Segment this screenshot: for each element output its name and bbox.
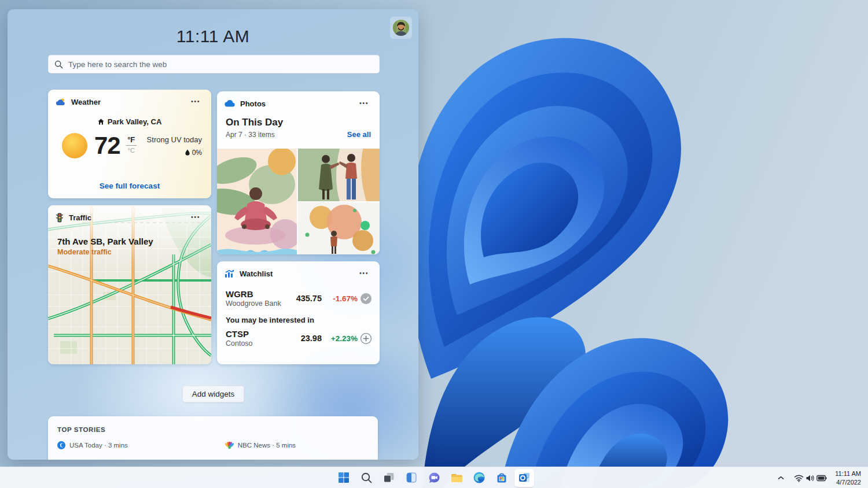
more-options-icon[interactable]: •••: [187, 212, 204, 223]
on-this-day-heading: On This Day: [217, 116, 380, 128]
start-button[interactable]: [334, 469, 354, 487]
see-all-link[interactable]: See all: [347, 130, 371, 139]
stock-symbol: WGRB: [226, 289, 288, 299]
task-view-button[interactable]: [379, 469, 399, 487]
tray-clock[interactable]: 11:11 AM 4/7/2022: [832, 468, 866, 488]
unit-toggle[interactable]: °F °C: [126, 135, 137, 154]
battery-icon: [816, 475, 827, 482]
taskbar: 11:11 AM 4/7/2022: [0, 467, 868, 488]
fahrenheit-label[interactable]: °F: [127, 135, 135, 144]
edge-button[interactable]: [469, 469, 489, 487]
photo-watercolor[interactable]: [298, 202, 380, 255]
stock-row-wgrb[interactable]: WGRB Woodgrove Bank 435.75 -1.67%: [217, 286, 380, 310]
watchlist-suggestion-label: You may be interested in: [217, 310, 380, 326]
stock-company: Woodgrove Bank: [226, 300, 288, 308]
panel-clock: 11:11 AM: [8, 27, 418, 46]
home-icon: [98, 119, 104, 125]
top-stories-card[interactable]: TOP STORIES USA Today · 3 mins NBC News …: [48, 416, 378, 460]
file-explorer-button[interactable]: [447, 469, 466, 487]
watchlist-title: Watchlist: [240, 269, 273, 278]
widgets-button[interactable]: [402, 469, 421, 487]
stock-change: +2.23%: [322, 334, 358, 343]
chat-button[interactable]: [424, 469, 444, 487]
usa-today-icon: [57, 441, 65, 449]
tray-date: 4/7/2022: [835, 478, 861, 487]
traffic-road-label: 7th Ave SB, Park Valley: [57, 236, 202, 246]
precipitation-value: 0%: [192, 149, 202, 157]
photo-friends[interactable]: [298, 149, 380, 201]
photo-collage: [217, 149, 380, 254]
traffic-status-label: Moderate traffic: [57, 248, 202, 256]
unit-divider: [126, 145, 137, 146]
watchlist-widget[interactable]: Watchlist ••• WGRB Woodgrove Bank 435.75…: [217, 261, 380, 364]
news-item-nbc[interactable]: NBC News · 5 mins: [225, 441, 296, 449]
stock-company: Contoso: [226, 339, 288, 347]
photos-title: Photos: [240, 99, 266, 108]
celsius-label[interactable]: °C: [128, 147, 135, 154]
stock-row-ctsp[interactable]: CTSP Contoso 23.98 +2.23%: [217, 326, 380, 350]
temperature-value: 72: [94, 132, 120, 160]
stock-symbol: CTSP: [226, 329, 288, 339]
onedrive-cloud-icon: [225, 100, 235, 107]
weather-location: Park Valley, CA: [108, 117, 162, 126]
add-circle-icon[interactable]: [360, 332, 372, 345]
stock-change: -1.67%: [322, 294, 358, 303]
tray-chevron-icon[interactable]: [773, 471, 789, 485]
traffic-title: Traffic: [69, 213, 91, 222]
search-input[interactable]: [68, 60, 373, 69]
check-circle-icon[interactable]: [360, 293, 372, 305]
wifi-icon: [794, 474, 804, 482]
more-options-icon[interactable]: •••: [356, 268, 372, 279]
outlook-button[interactable]: [514, 469, 534, 487]
store-button[interactable]: [492, 469, 512, 487]
desktop: 11:11 AM Weather ••• Park Valley, CA: [0, 0, 868, 488]
see-full-forecast-link[interactable]: See full forecast: [48, 182, 211, 190]
photos-widget[interactable]: Photos ••• On This Day Apr 7 · 33 items …: [217, 91, 380, 254]
photos-subtitle: Apr 7 · 33 items: [226, 131, 275, 139]
weather-title: Weather: [71, 98, 101, 106]
tray-status-icons[interactable]: [790, 472, 830, 485]
news-item-label: NBC News · 5 mins: [238, 442, 296, 449]
add-widgets-button[interactable]: Add widgets: [182, 386, 244, 402]
web-search-bar[interactable]: [48, 55, 380, 73]
photo-meditation[interactable]: [217, 149, 297, 254]
volume-icon: [806, 474, 815, 482]
taskbar-search-button[interactable]: [356, 469, 376, 487]
weather-widget[interactable]: Weather ••• Park Valley, CA 72 °F °C: [48, 90, 211, 198]
news-item-label: USA Today · 3 mins: [69, 442, 128, 449]
droplet-icon: [185, 149, 190, 156]
widgets-panel: 11:11 AM Weather ••• Park Valley, CA: [8, 9, 418, 460]
tray-time: 11:11 AM: [835, 469, 861, 478]
stock-chart-icon: [225, 269, 234, 278]
nbc-news-icon: [225, 442, 234, 449]
stock-price: 23.98: [288, 334, 322, 343]
more-options-icon[interactable]: •••: [356, 98, 372, 109]
top-stories-heading: TOP STORIES: [48, 416, 378, 433]
news-item-usatoday[interactable]: USA Today · 3 mins: [57, 441, 128, 449]
traffic-widget[interactable]: Traffic ••• 7th Ave SB, Park Valley Mode…: [48, 205, 211, 364]
traffic-light-icon: [56, 213, 64, 223]
stock-price: 435.75: [288, 294, 322, 303]
weather-cloud-icon: [56, 98, 66, 106]
more-options-icon[interactable]: •••: [187, 96, 204, 108]
search-icon: [54, 60, 63, 69]
sun-icon: [61, 132, 89, 160]
weather-condition: Strong UV today: [147, 135, 202, 144]
